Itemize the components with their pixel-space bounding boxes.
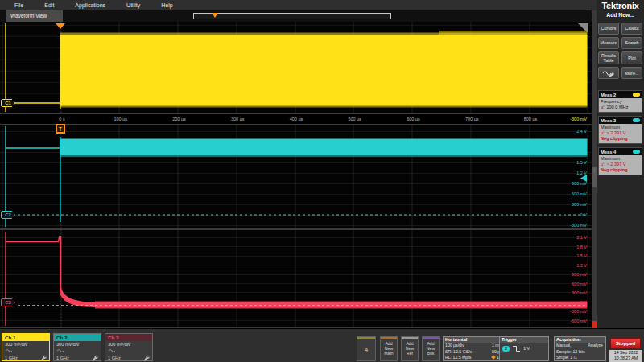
acquisition-panel[interactable]: Acquisition Manual,Analyze Sample: 12 bi… bbox=[554, 336, 606, 361]
trigger-panel[interactable]: Trigger 2 1 V bbox=[499, 336, 549, 361]
axis-label: 2.1 V bbox=[576, 235, 587, 241]
menu-item-utility[interactable]: Utility bbox=[126, 2, 140, 8]
meas-badge-meas-3[interactable]: Meas 3Maximumµ': > 2.397 VNeg clipping bbox=[598, 116, 642, 144]
meas-row: Frequency bbox=[601, 99, 640, 105]
trigger-title: Trigger bbox=[500, 337, 548, 343]
ch1-bandwidth: 1 GHz bbox=[5, 356, 18, 360]
ch3-waveform bbox=[0, 230, 592, 327]
acquisition-title: Acquisition bbox=[555, 337, 605, 343]
axis-label: -600 mV bbox=[570, 319, 587, 324]
ch3-bandwidth: 1 GHz bbox=[108, 356, 121, 360]
ch4-badge[interactable]: 4 bbox=[357, 336, 376, 361]
ch2-waveform bbox=[0, 125, 592, 228]
button-results-table[interactable]: Results Table bbox=[598, 51, 619, 64]
trigger-position-marker-icon[interactable] bbox=[212, 13, 218, 18]
meas-source-indicator-icon bbox=[633, 150, 640, 154]
ch2-badge[interactable]: Ch 2 300 mV/div 1 GHz bbox=[53, 333, 101, 361]
meas-source-indicator-icon bbox=[633, 93, 640, 97]
axis-label: 2.1 V bbox=[576, 34, 587, 39]
ch4-label: 4 bbox=[357, 346, 375, 353]
datetime-display: 14 Sep 2022 10:28:23 AM bbox=[609, 350, 642, 362]
button-search[interactable]: Search bbox=[621, 37, 642, 49]
menu-item-help[interactable]: Help bbox=[161, 2, 172, 8]
zoom-corner-handle-icon[interactable] bbox=[578, 23, 588, 34]
ch3-badge[interactable]: Ch 3 300 mV/div 1 GHz bbox=[105, 333, 153, 361]
menu-item-edit[interactable]: Edit bbox=[44, 2, 54, 8]
ch1-badge[interactable]: Ch 1 300 mV/div 1 GHz bbox=[2, 333, 50, 361]
button-callout[interactable]: Callout bbox=[621, 23, 642, 35]
axis-label: 1.5 V bbox=[576, 160, 587, 166]
axis-label: 300 mV bbox=[572, 290, 587, 296]
side-panel: Tektronix Add New... CursorsCalloutMeasu… bbox=[597, 0, 644, 328]
ch3-badge-title[interactable]: Ch 3 bbox=[105, 334, 152, 341]
menu-item-applications[interactable]: Applications bbox=[75, 2, 105, 8]
time-label: 500 µs bbox=[348, 117, 361, 121]
button-cursors[interactable]: Cursors bbox=[598, 23, 619, 35]
wrench-icon[interactable] bbox=[143, 355, 150, 361]
ch1-badge-title[interactable]: Ch 1 bbox=[2, 334, 49, 341]
axis-label: 0 V bbox=[580, 212, 587, 218]
axis-label: 1.8 V bbox=[576, 150, 587, 155]
meas-row: µ': 200.0 MHz bbox=[601, 105, 640, 110]
button-add-new-ref[interactable]: AddNewRef bbox=[401, 336, 419, 361]
time-ruler: 0 s100 µs200 µs300 µs400 µs500 µs600 µs7… bbox=[0, 113, 592, 125]
button-add-new-bus[interactable]: AddNewBus bbox=[422, 336, 440, 361]
meas-row: Neg clipping bbox=[601, 167, 640, 173]
add-button-label: AddNewBus bbox=[423, 341, 439, 356]
acq-analyze: Analyze bbox=[588, 343, 603, 349]
slice-ch1[interactable]: 2.1 V1.8 V1.5 V1.2 V900 mV600 mV300 mV-3… bbox=[0, 22, 592, 113]
menu-item-file[interactable]: File bbox=[14, 2, 23, 8]
time-label: 10:28:23 AM bbox=[609, 356, 642, 361]
meas-badge-meas-2[interactable]: Meas 2Frequencyµ': 200.0 MHz bbox=[598, 90, 642, 113]
trigger-time-marker[interactable]: T bbox=[56, 124, 65, 134]
time-label: 800 µs bbox=[524, 117, 538, 121]
meas-row: Maximum bbox=[601, 125, 640, 130]
meas-row: µ': > 2.397 V bbox=[601, 162, 640, 167]
button-waveform-edit[interactable] bbox=[598, 67, 619, 79]
date-label: 14 Sep 2022 bbox=[609, 350, 642, 356]
button-plot[interactable]: Plot bbox=[621, 51, 642, 64]
position-marker-icon bbox=[491, 355, 496, 360]
tab-waveform-view[interactable]: Waveform View bbox=[6, 10, 63, 22]
ch3-scale: 300 mV/div bbox=[105, 341, 152, 348]
wrench-icon[interactable] bbox=[40, 355, 47, 361]
menu-bar: FileEditApplicationsUtilityHelp bbox=[0, 0, 597, 10]
slice-ch2[interactable]: 2.4 V2.1 V1.8 V1.5 V1.2 V900 mV600 mV300… bbox=[0, 125, 592, 228]
ch1-waveform bbox=[0, 22, 592, 113]
time-label: 0 s bbox=[59, 117, 64, 121]
axis-label: 1.8 V bbox=[576, 45, 587, 51]
time-label: 600 µs bbox=[407, 117, 420, 121]
time-label: 700 µs bbox=[465, 117, 479, 121]
bottom-bar: Ch 1 300 mV/div 1 GHz Ch 2 300 mV/div 1 … bbox=[0, 328, 644, 362]
ch2-badge-title[interactable]: Ch 2 bbox=[54, 334, 101, 341]
button-add-new-math[interactable]: AddNewMath bbox=[380, 336, 398, 361]
ch4-color-stripe bbox=[357, 337, 375, 339]
axis-label: 600 mV bbox=[572, 90, 587, 96]
axis-label: 1.2 V bbox=[576, 263, 587, 269]
coupling-icon bbox=[5, 348, 12, 353]
waveform-view[interactable]: 2.1 V1.8 V1.5 V1.2 V900 mV600 mV300 mV-3… bbox=[0, 22, 592, 328]
axis-label: 600 mV bbox=[572, 191, 587, 197]
sample-rate: SR: 12.5 GS/s bbox=[445, 349, 492, 356]
button-measure[interactable]: Measure bbox=[598, 37, 619, 49]
meas-title: Meas 4 bbox=[601, 150, 616, 154]
button-more[interactable]: More... bbox=[621, 67, 642, 79]
record-length: RL: 12.5 Mpts bbox=[445, 355, 492, 361]
ch2-bandwidth: 1 GHz bbox=[56, 356, 69, 360]
axis-label: 0 V bbox=[580, 300, 587, 306]
axis-label: 2.1 V bbox=[576, 139, 587, 145]
color-stripe bbox=[402, 337, 418, 339]
slice-ch3[interactable]: 2.1 V1.8 V1.5 V1.2 V900 mV600 mV300 mV0 … bbox=[0, 230, 592, 327]
meas-badge-meas-4[interactable]: Meas 4Maximumµ': > 2.397 VNeg clipping bbox=[598, 147, 642, 175]
add-new-label: Add New... bbox=[597, 12, 644, 18]
acq-sample: Sample: 12 bits bbox=[556, 349, 605, 356]
waveform-edit-icon bbox=[602, 68, 615, 77]
meas-title: Meas 3 bbox=[601, 118, 616, 123]
run-stop-button[interactable]: Stopped bbox=[610, 338, 641, 348]
add-button-label: AddNewMath bbox=[381, 341, 397, 356]
color-stripe bbox=[423, 337, 439, 339]
coupling-icon bbox=[108, 348, 115, 353]
wrench-icon[interactable] bbox=[92, 355, 98, 361]
horizontal-position-indicator[interactable] bbox=[193, 13, 391, 19]
axis-label: 300 mV bbox=[572, 202, 587, 208]
